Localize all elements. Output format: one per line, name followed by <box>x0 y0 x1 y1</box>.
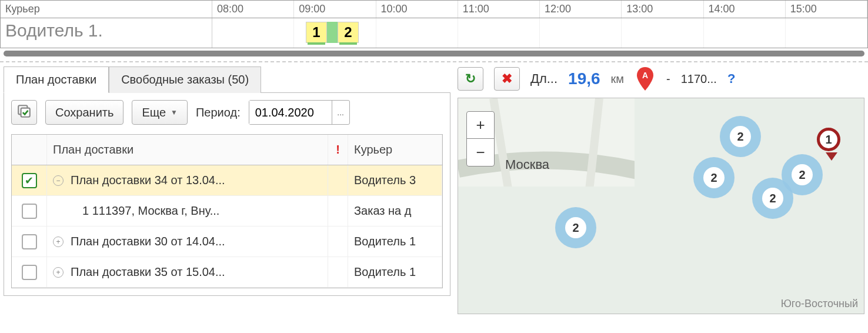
save-button[interactable]: Сохранить <box>45 100 123 125</box>
more-label: Еще <box>142 106 166 119</box>
timeline-row[interactable]: Водитель 1. 1 2 <box>1 18 867 48</box>
route-toolbar: ↻ ✖ Дл... 19,6 км А - 1170... ? <box>458 66 864 92</box>
map-cluster[interactable]: 2 <box>720 116 761 157</box>
plan-text: 1 111397, Москва г, Вну... <box>82 204 219 218</box>
clear-button[interactable]: ✖ <box>494 67 520 91</box>
more-button[interactable]: Еще ▼ <box>132 100 188 125</box>
timeline-stop[interactable]: 1 <box>306 22 327 43</box>
collapse-icon[interactable]: − <box>53 175 64 186</box>
table-row[interactable]: +План доставки 35 от 15.04... Водитель 1 <box>12 257 442 288</box>
alert-icon: ! <box>336 143 340 156</box>
timeline-gap <box>327 22 338 43</box>
period-field[interactable]: ... <box>249 100 350 125</box>
plan-text: План доставки 34 от 13.04... <box>71 174 225 187</box>
timeline: Курьер 08:00 09:00 10:00 11:00 12:00 13:… <box>0 0 868 48</box>
time-slot: 09:00 <box>294 1 376 18</box>
map-cluster[interactable]: 2 <box>555 207 596 248</box>
map-arrow-icon <box>826 152 837 161</box>
distance-unit: км <box>611 72 625 86</box>
svg-text:А: А <box>642 71 648 80</box>
col-check <box>12 135 47 165</box>
time-slot: 12:00 <box>540 1 622 18</box>
timeline-header-label: Курьер <box>1 1 212 18</box>
dash: - <box>666 72 670 86</box>
time-slot: 08:00 <box>212 1 294 18</box>
col-courier[interactable]: Курьер <box>348 135 442 165</box>
map-label-district: Юго-Восточный <box>781 298 858 310</box>
map-point-1[interactable]: 1 <box>817 128 840 151</box>
row-checkbox[interactable]: ✔ <box>22 173 37 188</box>
refresh-icon: ↻ <box>465 71 476 86</box>
expand-icon[interactable]: + <box>53 237 64 247</box>
row-checkbox[interactable] <box>22 234 37 249</box>
timeline-stop[interactable]: 2 <box>338 22 359 43</box>
time-slot: 11:00 <box>458 1 540 18</box>
tab-free-orders[interactable]: Свободные заказы (50) <box>109 66 261 93</box>
courier-text: Водитель 1 <box>348 257 442 287</box>
tab-plan[interactable]: План доставки <box>4 66 109 93</box>
table-row[interactable]: ✔ −План доставки 34 от 13.04... Водитель… <box>12 165 442 196</box>
check-icon: ✔ <box>25 174 34 187</box>
zoom-out-button[interactable]: − <box>467 139 494 166</box>
driver-name: Водитель 1. <box>1 18 212 48</box>
chevron-down-icon: ▼ <box>171 108 178 116</box>
timeline-header: Курьер 08:00 09:00 10:00 11:00 12:00 13:… <box>1 1 867 18</box>
left-panel: План доставки Свободные заказы (50) Сохр… <box>4 66 450 314</box>
right-panel: ↻ ✖ Дл... 19,6 км А - 1170... ? <box>458 66 864 314</box>
table-row[interactable]: 1 111397, Москва г, Вну... Заказ на д <box>12 196 442 227</box>
map[interactable]: + − Москва Юго-Восточный 2 2 2 2 2 1 <box>458 98 864 314</box>
route-point-a-icon: А <box>635 66 656 92</box>
select-all-icon <box>16 104 32 122</box>
row-checkbox[interactable] <box>22 265 37 280</box>
expand-icon[interactable]: + <box>53 267 64 278</box>
courier-text: Водитель 1 <box>348 227 442 257</box>
plan-text: План доставки 30 от 14.04... <box>71 235 225 248</box>
refresh-button[interactable]: ↻ <box>458 67 483 91</box>
tab-bar: План доставки Свободные заказы (50) <box>4 66 450 93</box>
period-label: Период: <box>196 106 241 119</box>
courier-text: Водитель 3 <box>348 165 442 195</box>
period-picker-button[interactable]: ... <box>332 101 349 124</box>
zoom-control: + − <box>466 111 495 166</box>
toolbar: Сохранить Еще ▼ Период: ... <box>11 100 443 125</box>
distance-label: Дл... <box>530 71 557 86</box>
close-icon: ✖ <box>502 71 512 86</box>
map-cluster[interactable]: 2 <box>782 154 823 195</box>
col-alert: ! <box>328 135 348 165</box>
time-slot: 15:00 <box>786 1 867 18</box>
plan-table: План доставки ! Курьер ✔ −План доставки … <box>11 134 443 288</box>
timeline-scrollbar[interactable] <box>4 51 864 56</box>
distance-value: 19,6 <box>568 69 600 88</box>
map-label-city: Москва <box>505 157 549 172</box>
table-row[interactable]: +План доставки 30 от 14.04... Водитель 1 <box>12 227 442 257</box>
route-code: 1170... <box>681 72 717 86</box>
divider <box>0 61 868 62</box>
period-input[interactable] <box>249 101 332 124</box>
select-all-button[interactable] <box>11 100 37 125</box>
map-cluster[interactable]: 2 <box>693 157 735 198</box>
plan-text: План доставки 35 от 15.04... <box>71 265 225 279</box>
col-plan[interactable]: План доставки <box>47 135 328 165</box>
time-slot: 13:00 <box>622 1 703 18</box>
courier-text: Заказ на д <box>348 196 442 226</box>
table-header: План доставки ! Курьер <box>12 135 442 165</box>
timeline-lanes: 1 2 <box>212 18 867 48</box>
help-icon[interactable]: ? <box>727 71 735 86</box>
zoom-in-button[interactable]: + <box>467 112 494 139</box>
row-checkbox[interactable] <box>22 204 37 219</box>
time-slot: 10:00 <box>376 1 458 18</box>
time-slot: 14:00 <box>704 1 786 18</box>
